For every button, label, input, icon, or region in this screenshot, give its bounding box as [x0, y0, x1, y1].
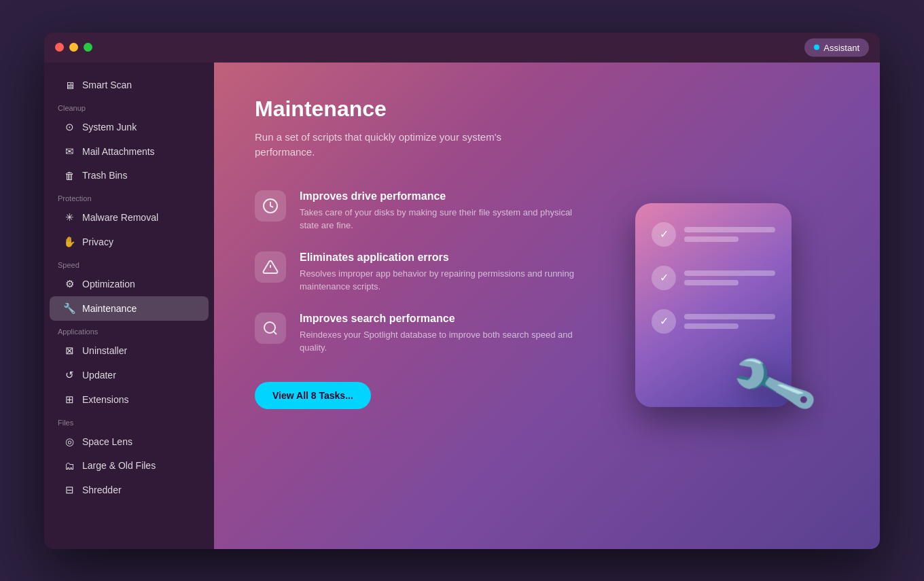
- sidebar-item-optimization[interactable]: ⚙ Optimization: [50, 272, 209, 296]
- wrench-icon: 🔧: [726, 338, 821, 432]
- page-title: Maintenance: [255, 96, 839, 122]
- main-content: Maintenance Run a set of scripts that qu…: [214, 63, 880, 549]
- sidebar-label-updater: Updater: [82, 370, 116, 381]
- svg-point-3: [264, 322, 275, 333]
- feature-title-search-performance: Improves search performance: [300, 313, 581, 325]
- maintenance-icon: 🔧: [63, 302, 75, 315]
- sidebar-item-extensions[interactable]: ⊞ Extensions: [50, 387, 209, 412]
- checklist-card: ✓ ✓ ✓: [635, 203, 792, 407]
- maximize-button[interactable]: [84, 43, 92, 52]
- trash-bins-icon: 🗑: [63, 170, 75, 181]
- sidebar-item-trash-bins[interactable]: 🗑 Trash Bins: [50, 164, 209, 188]
- sidebar-label-mail-attachments: Mail Attachments: [82, 146, 155, 157]
- check-row-1: ✓: [652, 222, 775, 247]
- search-performance-icon: [255, 313, 286, 344]
- feature-item-app-errors: Eliminates application errors Resolves i…: [255, 251, 581, 294]
- check-lines-2: [684, 270, 775, 285]
- app-errors-icon: [255, 251, 286, 283]
- sidebar-item-malware-removal[interactable]: ✳ Malware Removal: [50, 205, 209, 230]
- updater-icon: ↺: [63, 369, 75, 381]
- check-lines-3: [684, 314, 775, 329]
- sidebar-item-mail-attachments[interactable]: ✉ Mail Attachments: [50, 139, 209, 164]
- smart-scan-icon: 🖥: [63, 80, 75, 91]
- sidebar-item-large-old-files[interactable]: 🗂 Large & Old Files: [50, 454, 209, 478]
- page-subtitle: Run a set of scripts that quickly optimi…: [255, 130, 513, 160]
- sidebar-label-extensions: Extensions: [82, 394, 128, 405]
- assistant-label: Assistant: [823, 42, 859, 52]
- section-files: Files: [44, 412, 214, 429]
- sidebar-label-malware-removal: Malware Removal: [82, 212, 158, 223]
- uninstaller-icon: ⊠: [63, 345, 75, 357]
- shredder-icon: ⊟: [63, 484, 75, 496]
- check-line-short-1: [684, 236, 739, 242]
- check-line-long-1: [684, 227, 775, 232]
- sidebar-label-system-junk: System Junk: [82, 122, 137, 133]
- sidebar-label-optimization: Optimization: [82, 279, 135, 289]
- maintenance-illustration: ✓ ✓ ✓: [622, 190, 839, 448]
- sidebar-item-privacy[interactable]: ✋ Privacy: [50, 230, 209, 254]
- check-line-short-3: [684, 323, 739, 329]
- sidebar-label-space-lens: Space Lens: [82, 436, 132, 447]
- check-row-3: ✓: [652, 309, 775, 334]
- view-tasks-button[interactable]: View All 8 Tasks...: [255, 382, 371, 409]
- content-area: 🖥 Smart Scan Cleanup ⊙ System Junk ✉ Mai…: [44, 63, 880, 549]
- check-line-long-3: [684, 314, 775, 319]
- sidebar: 🖥 Smart Scan Cleanup ⊙ System Junk ✉ Mai…: [44, 63, 214, 549]
- feature-text-search-performance: Improves search performance Reindexes yo…: [300, 313, 581, 355]
- main-window: Assistant 🖥 Smart Scan Cleanup ⊙ System …: [44, 33, 880, 549]
- drive-performance-icon: [255, 190, 286, 222]
- section-speed: Speed: [44, 254, 214, 272]
- feature-title-app-errors: Eliminates application errors: [300, 251, 581, 264]
- optimization-icon: ⚙: [63, 278, 75, 290]
- sidebar-item-smart-scan[interactable]: 🖥 Smart Scan: [50, 73, 209, 97]
- check-line-long-2: [684, 270, 775, 276]
- mail-attachments-icon: ✉: [63, 145, 75, 158]
- feature-desc-drive-performance: Takes care of your disks by making sure …: [300, 206, 581, 232]
- space-lens-icon: ◎: [63, 436, 75, 448]
- section-protection: Protection: [44, 188, 214, 205]
- feature-desc-search-performance: Reindexes your Spotlight database to imp…: [300, 328, 581, 355]
- title-bar: Assistant: [44, 33, 880, 63]
- feature-item-drive-performance: Improves drive performance Takes care of…: [255, 190, 581, 232]
- check-lines-1: [684, 227, 775, 242]
- sidebar-item-updater[interactable]: ↺ Updater: [50, 363, 209, 387]
- svg-line-4: [274, 331, 277, 334]
- system-junk-icon: ⊙: [63, 121, 75, 133]
- sidebar-item-space-lens[interactable]: ◎ Space Lens: [50, 429, 209, 454]
- assistant-button[interactable]: Assistant: [804, 38, 869, 56]
- section-applications: Applications: [44, 321, 214, 338]
- sidebar-label-uninstaller: Uninstaller: [82, 345, 127, 356]
- sidebar-label-privacy: Privacy: [82, 236, 113, 247]
- check-row-2: ✓: [652, 266, 775, 290]
- assistant-dot-icon: [814, 45, 819, 50]
- sidebar-label-shredder: Shredder: [82, 485, 122, 495]
- sidebar-item-uninstaller[interactable]: ⊠ Uninstaller: [50, 338, 209, 363]
- check-line-short-2: [684, 280, 739, 285]
- privacy-icon: ✋: [63, 236, 75, 248]
- sidebar-label-smart-scan: Smart Scan: [82, 80, 132, 90]
- feature-list: Improves drive performance Takes care of…: [255, 190, 581, 355]
- sidebar-label-trash-bins: Trash Bins: [82, 170, 127, 181]
- section-cleanup: Cleanup: [44, 97, 214, 115]
- sidebar-label-large-old-files: Large & Old Files: [82, 460, 156, 471]
- close-button[interactable]: [55, 43, 64, 52]
- large-old-files-icon: 🗂: [63, 460, 75, 472]
- minimize-button[interactable]: [69, 43, 78, 52]
- check-circle-3: ✓: [652, 309, 676, 334]
- sidebar-label-maintenance: Maintenance: [82, 303, 137, 314]
- sidebar-item-maintenance[interactable]: 🔧 Maintenance: [50, 296, 209, 321]
- malware-removal-icon: ✳: [63, 211, 75, 224]
- feature-text-drive-performance: Improves drive performance Takes care of…: [300, 190, 581, 232]
- feature-title-drive-performance: Improves drive performance: [300, 190, 581, 203]
- feature-item-search-performance: Improves search performance Reindexes yo…: [255, 313, 581, 355]
- check-circle-2: ✓: [652, 266, 676, 290]
- feature-text-app-errors: Eliminates application errors Resolves i…: [300, 251, 581, 294]
- check-circle-1: ✓: [652, 222, 676, 247]
- extensions-icon: ⊞: [63, 393, 75, 406]
- feature-desc-app-errors: Resolves improper app behavior by repair…: [300, 267, 581, 294]
- sidebar-item-shredder[interactable]: ⊟ Shredder: [50, 478, 209, 502]
- sidebar-item-system-junk[interactable]: ⊙ System Junk: [50, 115, 209, 139]
- traffic-lights: [55, 43, 92, 52]
